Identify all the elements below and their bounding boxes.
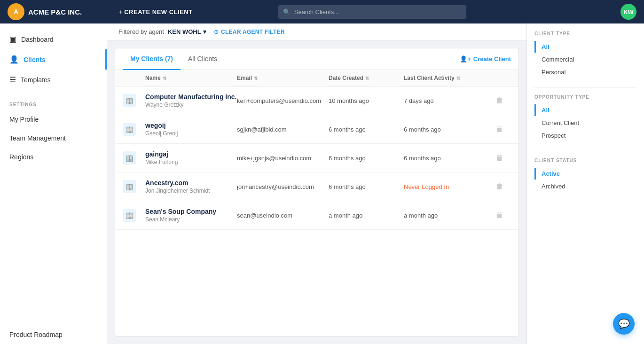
sidebar-item-my-profile[interactable]: My Profile — [0, 110, 107, 129]
table-header: Name ⇅ Email ⇅ Date Created ⇅ Last Clien… — [115, 70, 518, 86]
client-email-4: sean@useindio.com — [237, 212, 329, 219]
filter-option-all[interactable]: All — [534, 104, 636, 116]
table-row: 🏢 Sean's Soup Company Sean Mcleary sean@… — [115, 201, 518, 230]
col-header-date-created[interactable]: Date Created ⇅ — [329, 75, 404, 81]
col-header-last-activity[interactable]: Last Client Activity ⇅ — [404, 75, 488, 81]
client-icon-2: 🏢 — [123, 151, 136, 164]
content-area: Filtered by agent KEN WOHL ▾ ⊙ CLEAR AGE… — [107, 23, 526, 344]
client-icon-3: 🏢 — [123, 180, 136, 193]
clients-table-body: 🏢 Computer Manufacturing Inc. Wayne Gret… — [115, 86, 518, 230]
clear-filter-label: CLEAR AGENT FILTER — [221, 29, 285, 35]
opportunity-type-options: AllCurrent ClientProspect — [534, 104, 636, 141]
table-row: 🏢 gaingaj Mike Furlong mike+jgsnjs@usein… — [115, 144, 518, 172]
client-type-section: CLIENT TYPE AllCommercialPersonal — [534, 31, 636, 78]
client-status-section: CLIENT STATUS ActiveArchived — [534, 158, 636, 192]
delete-client-button-1[interactable]: 🗑 — [488, 125, 511, 133]
client-date-4: a month ago — [329, 212, 404, 219]
client-name-cell-0[interactable]: Computer Manufacturing Inc. Wayne Gretzk… — [145, 93, 237, 108]
sidebar-item-label-templates: Templates — [21, 76, 51, 84]
sort-date-icon: ⇅ — [365, 76, 369, 81]
chevron-down-icon: ▾ — [203, 28, 206, 35]
col-header-name[interactable]: Name ⇅ — [145, 75, 237, 81]
delete-client-button-3[interactable]: 🗑 — [488, 182, 511, 191]
client-name-cell-3[interactable]: Ancestry.com Jon Jingleheimer Schmidt — [145, 179, 237, 194]
sort-activity-icon: ⇅ — [456, 76, 460, 81]
sidebar-item-team-management[interactable]: Team Management — [0, 129, 107, 148]
client-activity-2: 6 months ago — [404, 155, 488, 162]
filter-option-archived[interactable]: Archived — [534, 180, 636, 192]
col-header-icon — [123, 75, 145, 81]
sidebar-item-label-team-management: Team Management — [9, 134, 66, 142]
filter-option-all[interactable]: All — [534, 41, 636, 53]
clients-icon: 👤 — [9, 55, 19, 64]
agent-name: KEN WOHL — [168, 28, 201, 35]
client-date-2: 6 months ago — [329, 155, 404, 162]
client-email-1: sgjkn@afjibid.com — [237, 126, 329, 133]
main-content: Filtered by agent KEN WOHL ▾ ⊙ CLEAR AGE… — [107, 23, 644, 344]
create-new-client-button[interactable]: + CREATE NEW CLIENT — [114, 6, 197, 18]
client-status-options: ActiveArchived — [534, 168, 636, 192]
client-type-options: AllCommercialPersonal — [534, 41, 636, 78]
sidebar-item-label-my-profile: My Profile — [9, 116, 39, 123]
delete-client-button-2[interactable]: 🗑 — [488, 154, 511, 162]
sidebar-item-regions[interactable]: Regions — [0, 148, 107, 166]
filter-option-personal[interactable]: Personal — [534, 66, 636, 78]
tab-my-clients[interactable]: My Clients (7) — [123, 48, 181, 70]
client-name-cell-1[interactable]: wegoij Gseoij Greoij — [145, 122, 237, 137]
filtered-by-label: Filtered by agent — [118, 28, 164, 35]
create-client-icon: 👤+ — [460, 55, 471, 63]
delete-client-button-4[interactable]: 🗑 — [488, 211, 511, 219]
user-avatar[interactable]: KW — [620, 4, 636, 20]
sidebar-item-dashboard[interactable]: ▣ Dashboard — [0, 29, 107, 49]
col-header-actions — [488, 75, 511, 81]
opportunity-type-title: OPPORTUNITY TYPE — [534, 94, 636, 100]
settings-section-label: SETTINGS — [0, 95, 107, 110]
filter-option-prospect[interactable]: Prospect — [534, 130, 636, 141]
sidebar-bottom: Product Roadmap — [0, 325, 107, 344]
tabs-row: My Clients (7) All Clients 👤+ Create Cli… — [115, 48, 518, 70]
sidebar-nav: ▣ Dashboard 👤 Clients ☰ Templates — [0, 23, 107, 95]
client-activity-1: 6 months ago — [404, 126, 488, 133]
client-activity-0: 7 days ago — [404, 97, 488, 104]
client-email-0: ken+computers@useindio.com — [237, 97, 329, 104]
sidebar-item-label-product-roadmap: Product Roadmap — [9, 331, 63, 338]
client-name-cell-2[interactable]: gaingaj Mike Furlong — [145, 150, 237, 165]
logo-area: A ACME P&C INC. — [8, 3, 106, 20]
table-row: 🏢 Ancestry.com Jon Jingleheimer Schmidt … — [115, 172, 518, 201]
clear-agent-filter-button[interactable]: ⊙ CLEAR AGENT FILTER — [214, 29, 285, 35]
logo-text: ACME P&C INC. — [28, 8, 82, 16]
sidebar-item-templates[interactable]: ☰ Templates — [0, 70, 107, 90]
client-name-cell-4[interactable]: Sean's Soup Company Sean Mcleary — [145, 208, 237, 223]
delete-client-button-0[interactable]: 🗑 — [488, 96, 511, 105]
dashboard-icon: ▣ — [9, 35, 16, 44]
col-header-email[interactable]: Email ⇅ — [237, 75, 329, 81]
templates-icon: ☰ — [9, 75, 16, 84]
create-client-button[interactable]: 👤+ Create Client — [460, 52, 511, 66]
sidebar-item-label-dashboard: Dashboard — [21, 36, 54, 43]
client-type-title: CLIENT TYPE — [534, 31, 636, 36]
sort-name-icon: ⇅ — [163, 76, 166, 81]
client-date-0: 10 months ago — [329, 97, 404, 104]
tab-all-clients[interactable]: All Clients — [181, 48, 225, 70]
client-date-1: 6 months ago — [329, 126, 404, 133]
sidebar-item-clients[interactable]: 👤 Clients — [0, 49, 107, 70]
client-icon-0: 🏢 — [123, 94, 136, 107]
filter-option-current-client[interactable]: Current Client — [534, 117, 636, 129]
search-input[interactable] — [278, 5, 466, 19]
sidebar-item-product-roadmap[interactable]: Product Roadmap — [0, 325, 107, 344]
sidebar-item-label-clients: Clients — [24, 56, 46, 63]
agent-filter-selector[interactable]: KEN WOHL ▾ — [168, 28, 206, 35]
client-email-3: jon+ancestry@useindio.com — [237, 183, 329, 190]
filter-option-commercial[interactable]: Commercial — [534, 54, 636, 65]
client-email-2: mike+jgsnjs@useindio.com — [237, 155, 329, 162]
logo-icon: A — [8, 3, 24, 20]
filter-option-active[interactable]: Active — [534, 168, 636, 180]
client-activity-3: Never Logged In — [404, 183, 488, 190]
chat-bubble-button[interactable]: 💬 — [613, 313, 635, 335]
chat-icon: 💬 — [618, 318, 630, 329]
search-icon: 🔍 — [283, 8, 291, 16]
create-client-label: Create Client — [473, 55, 511, 63]
filter-bar: Filtered by agent KEN WOHL ▾ ⊙ CLEAR AGE… — [107, 23, 526, 40]
table-row: 🏢 Computer Manufacturing Inc. Wayne Gret… — [115, 86, 518, 115]
clear-filter-icon: ⊙ — [214, 29, 219, 35]
